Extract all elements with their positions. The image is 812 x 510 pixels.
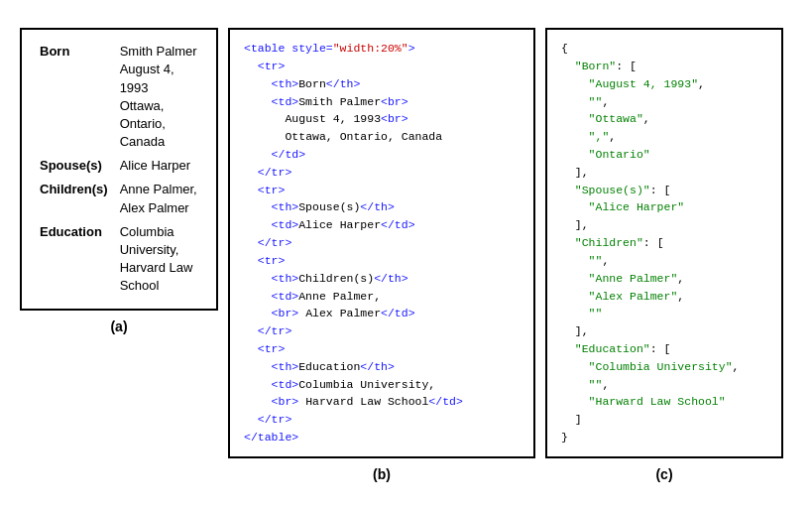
spouse-value: Alice Harper	[116, 154, 202, 178]
table-row: Spouse(s) Alice Harper	[36, 154, 202, 178]
children-label: Children(s)	[36, 178, 116, 219]
panel-c: { "Born": [ "August 4, 1993", "", "Ottaw…	[545, 28, 783, 482]
born-label: Born	[36, 40, 116, 154]
table-row: Children(s) Anne Palmer,Alex Palmer	[36, 178, 202, 219]
panel-a: Born Smith PalmerAugust 4, 1993Ottawa, O…	[20, 28, 218, 333]
panel-c-code: { "Born": [ "August 4, 1993", "", "Ottaw…	[561, 40, 767, 446]
born-value: Smith PalmerAugust 4, 1993Ottawa, Ontari…	[116, 40, 202, 154]
panel-b-code: <table style="width:20%"> <tr> <th>Born<…	[244, 40, 520, 446]
children-value: Anne Palmer,Alex Palmer	[116, 178, 202, 219]
education-label: Education	[36, 220, 116, 299]
table-row: Born Smith PalmerAugust 4, 1993Ottawa, O…	[36, 40, 202, 154]
panel-a-table: Born Smith PalmerAugust 4, 1993Ottawa, O…	[36, 40, 202, 298]
table-row: Education Columbia University,Harvard La…	[36, 220, 202, 299]
spouse-label: Spouse(s)	[36, 154, 116, 178]
education-value: Columbia University,Harvard Law School	[116, 220, 202, 299]
panel-b-label: (b)	[228, 466, 535, 482]
panel-c-label: (c)	[545, 466, 783, 482]
main-panels: Born Smith PalmerAugust 4, 1993Ottawa, O…	[20, 28, 792, 482]
panel-a-label: (a)	[20, 319, 218, 334]
panel-b: <table style="width:20%"> <tr> <th>Born<…	[228, 28, 535, 482]
